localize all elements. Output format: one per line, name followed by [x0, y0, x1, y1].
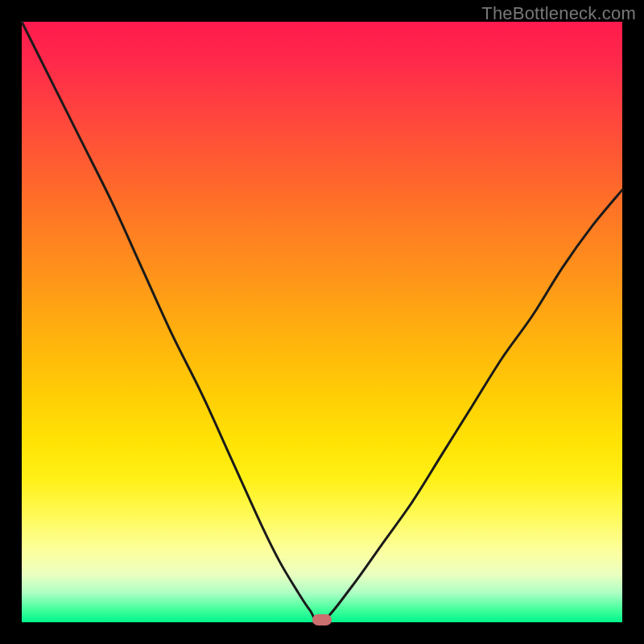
curve-svg — [22, 22, 622, 622]
minimum-marker — [312, 614, 332, 625]
chart-frame: TheBottleneck.com — [0, 0, 644, 644]
bottleneck-curve — [22, 22, 622, 623]
plot-area — [22, 22, 622, 622]
